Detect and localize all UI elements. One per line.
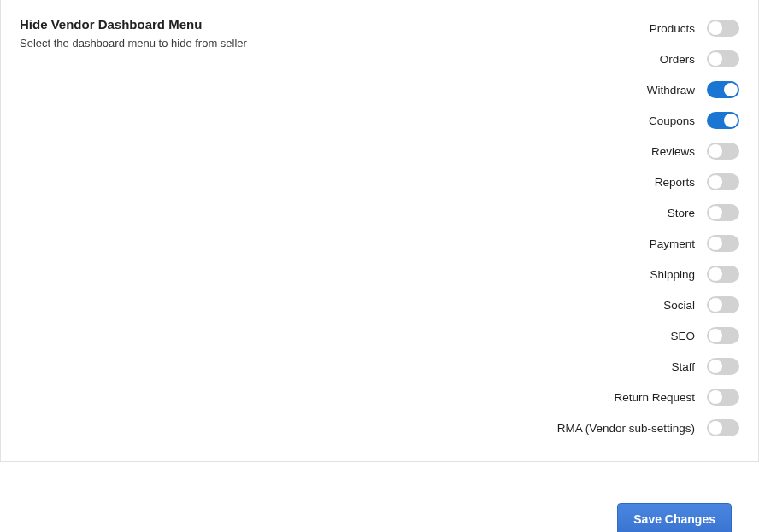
toggle-label: Products	[650, 22, 695, 35]
toggle-knob	[709, 21, 722, 35]
toggle-label: Withdraw	[647, 84, 695, 96]
toggle-row: Orders	[557, 50, 739, 68]
section-title: Hide Vendor Dashboard Menu	[20, 17, 557, 32]
toggle-knob	[709, 390, 722, 404]
toggle-switch[interactable]	[707, 389, 739, 406]
toggle-switch[interactable]	[707, 204, 739, 221]
toggle-label: Reports	[655, 176, 695, 189]
toggle-row: RMA (Vendor sub-settings)	[557, 418, 739, 437]
section-description: Select the dashboard menu to hide from s…	[20, 37, 557, 50]
section-info: Hide Vendor Dashboard Menu Select the da…	[20, 17, 557, 437]
toggle-switch[interactable]	[707, 358, 739, 375]
toggle-switch[interactable]	[707, 50, 739, 67]
toggle-row: Return Request	[557, 388, 739, 406]
toggle-switch[interactable]	[707, 266, 739, 283]
footer: Save Changes	[0, 462, 759, 532]
toggle-switch[interactable]	[707, 20, 739, 37]
toggle-label: Shipping	[650, 268, 695, 281]
toggle-knob	[709, 298, 722, 312]
toggle-switch[interactable]	[707, 327, 739, 344]
toggle-knob	[724, 114, 738, 127]
toggle-knob	[709, 237, 722, 250]
toggle-switch[interactable]	[707, 112, 739, 129]
toggle-knob	[709, 267, 722, 281]
toggle-knob	[724, 83, 738, 96]
toggle-label: RMA (Vendor sub-settings)	[557, 422, 695, 435]
toggle-knob	[709, 52, 722, 66]
save-button[interactable]: Save Changes	[617, 503, 732, 532]
toggle-row: SEO	[557, 326, 739, 345]
toggle-label: Reviews	[651, 145, 695, 158]
toggle-row: Staff	[557, 357, 739, 376]
toggle-row: Shipping	[557, 265, 739, 284]
toggle-switch[interactable]	[707, 143, 739, 160]
settings-panel: Hide Vendor Dashboard Menu Select the da…	[0, 0, 759, 462]
toggle-label: SEO	[670, 330, 695, 342]
toggle-knob	[709, 421, 722, 435]
toggle-knob	[709, 144, 722, 158]
toggle-row: Payment	[557, 234, 739, 253]
toggle-switch[interactable]	[707, 419, 739, 436]
toggle-label: Return Request	[614, 391, 695, 404]
toggle-label: Payment	[650, 237, 695, 250]
toggle-knob	[709, 329, 722, 342]
toggle-switch[interactable]	[707, 81, 739, 98]
toggle-switch[interactable]	[707, 235, 739, 252]
toggle-label: Staff	[671, 360, 695, 373]
toggle-label: Store	[668, 207, 695, 219]
toggle-knob	[709, 360, 722, 373]
toggle-switch[interactable]	[707, 296, 739, 313]
toggle-row: Store	[557, 203, 739, 222]
toggle-switch[interactable]	[707, 173, 739, 190]
toggle-row: Social	[557, 295, 739, 314]
toggle-label: Coupons	[649, 114, 695, 127]
toggle-row: Products	[557, 19, 739, 38]
toggle-row: Withdraw	[557, 80, 739, 99]
toggle-knob	[709, 175, 722, 189]
toggle-row: Reports	[557, 172, 739, 191]
toggle-label: Social	[663, 299, 695, 312]
toggle-label: Orders	[660, 53, 695, 66]
toggle-row: Reviews	[557, 142, 739, 161]
toggle-row: Coupons	[557, 111, 739, 130]
toggle-knob	[709, 206, 722, 219]
toggles-list: ProductsOrdersWithdrawCouponsReviewsRepo…	[557, 17, 739, 437]
